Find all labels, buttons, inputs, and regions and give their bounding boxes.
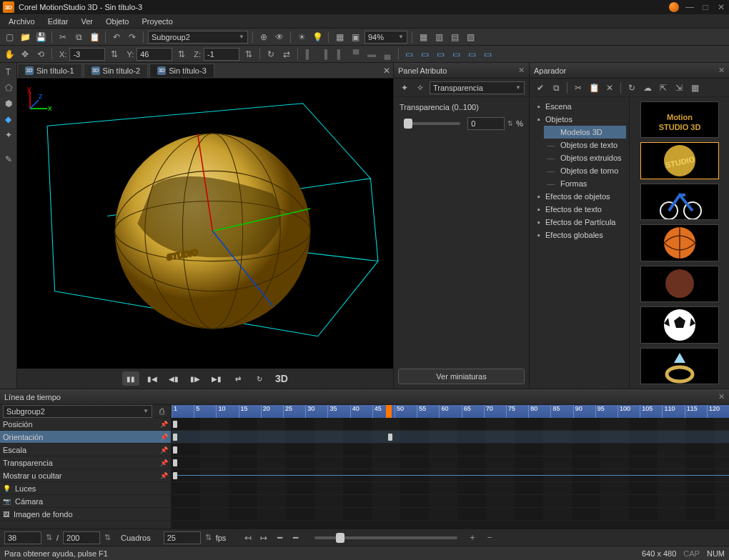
layout3-icon[interactable]: ▤ [448, 31, 461, 44]
refresh-icon[interactable]: ↻ [625, 81, 638, 94]
pin-icon[interactable]: 📌 [160, 446, 168, 454]
zoom-in-icon[interactable]: ＋ [466, 531, 479, 544]
thumb-bike[interactable] [640, 184, 719, 220]
hand-icon[interactable]: ✋ [3, 48, 16, 61]
render-icon[interactable]: ▣ [349, 31, 362, 44]
transparency-slider[interactable] [404, 122, 460, 125]
bulb-icon[interactable]: 💡 [311, 31, 324, 44]
menu-ver[interactable]: Ver [75, 16, 99, 27]
x-input[interactable]: -3 [69, 48, 105, 61]
menu-objeto[interactable]: Objeto [100, 16, 134, 27]
tl-next-key-icon[interactable]: ↦ [257, 531, 270, 544]
copy-icon[interactable]: ⧉ [72, 31, 85, 44]
tree-efectos-texto[interactable]: ▪Efectos de texto [532, 203, 626, 216]
fps-input[interactable]: 25 [164, 531, 201, 544]
tree-modelos-3d[interactable]: Modelos 3D [544, 126, 626, 139]
track-posicion[interactable]: Posición📌 [0, 418, 171, 431]
menu-proyecto[interactable]: Proyecto [136, 16, 178, 27]
view3-icon[interactable]: ▭ [435, 48, 447, 61]
select-icon[interactable]: ✥ [19, 48, 31, 61]
transparency-spinner[interactable]: 0 [467, 117, 505, 130]
play-button[interactable]: ▮▶ [187, 371, 204, 386]
new-icon[interactable]: ▢ [3, 31, 16, 44]
pin-icon[interactable]: 📌 [160, 459, 168, 466]
track-imagen-fondo[interactable]: 🖼Imagen de fondo [0, 508, 171, 521]
track-mostrar[interactable]: Mostrar u ocultar📌 [0, 469, 171, 482]
tl-add-key-icon[interactable]: ━ [273, 531, 286, 544]
z-spinner-icon[interactable]: ⇅ [242, 48, 255, 61]
tab-sin-titulo-3[interactable]: 3DSin título-3 [149, 64, 214, 77]
thumb-motion[interactable]: MotionSTUDIO 3D [640, 101, 719, 138]
keyframe[interactable] [173, 434, 177, 441]
text-tool-icon[interactable]: T [2, 66, 15, 79]
tree-efectos-globales[interactable]: ▪Efectos globales [532, 229, 626, 241]
thumb-basketball[interactable] [640, 224, 719, 261]
globe-icon[interactable]: ⊕ [257, 31, 270, 44]
subgroup-combo[interactable]: Subgroup2 ▼ [148, 31, 248, 44]
cut-icon[interactable]: ✂ [572, 81, 585, 94]
grid-icon[interactable]: ▦ [688, 81, 701, 94]
attr-combo[interactable]: Transparencia▼ [430, 81, 525, 94]
timeline-zoom-slider[interactable] [314, 536, 457, 539]
keyframe[interactable] [173, 459, 177, 466]
panel-close-icon[interactable]: ✕ [718, 392, 725, 401]
timeline-subgroup-combo[interactable]: Subgroup2▼ [3, 405, 152, 418]
view6-icon[interactable]: ▭ [482, 48, 495, 61]
attr-add-icon[interactable]: ✦ [398, 81, 411, 94]
keyframe[interactable] [388, 434, 392, 441]
timeline-filter-icon[interactable]: ⎙ [155, 405, 168, 418]
playhead[interactable] [386, 405, 392, 418]
layout4-icon[interactable]: ▧ [464, 31, 477, 44]
tree-objetos[interactable]: ▪Objetos [532, 113, 626, 126]
layout2-icon[interactable]: ▥ [432, 31, 445, 44]
tab-sin-titulo-1[interactable]: 3DSin título-1 [17, 64, 82, 77]
ver-miniaturas-button[interactable]: Ver miniaturas [398, 369, 525, 384]
track-escala[interactable]: Escala📌 [0, 444, 171, 456]
thumb-ball-brown[interactable] [640, 266, 719, 302]
view5-icon[interactable]: ▭ [466, 48, 479, 61]
undo-icon[interactable]: ↶ [110, 31, 123, 44]
view4-icon[interactable]: ▭ [450, 48, 463, 61]
delete-icon[interactable]: ✕ [603, 81, 616, 94]
eye-icon[interactable]: 👁 [273, 31, 286, 44]
track-orientacion[interactable]: Orientación📌 [0, 431, 171, 444]
panel-close-icon[interactable]: ✕ [518, 66, 525, 75]
node-tool-icon[interactable]: ◆ [2, 113, 15, 126]
pin-icon[interactable]: 📌 [160, 421, 168, 428]
timeline-ruler[interactable]: 1510152025303540455055606570758085909510… [172, 405, 729, 418]
open-icon[interactable]: 📁 [19, 31, 31, 44]
redo-icon[interactable]: ↷ [126, 31, 139, 44]
repeat-button[interactable]: ↻ [251, 371, 268, 386]
y-spinner-icon[interactable]: ⇅ [175, 48, 188, 61]
zoom-combo[interactable]: 94% ▼ [364, 31, 407, 44]
cloud-icon[interactable]: ☁ [641, 81, 654, 94]
paste-icon[interactable]: 📋 [88, 31, 101, 44]
pin-icon[interactable]: 📌 [160, 434, 168, 441]
viewport-3d[interactable]: x y z STUDIO [17, 79, 393, 369]
track-luces[interactable]: 💡Luces [0, 482, 171, 495]
total-frames-input[interactable]: 200 [63, 531, 100, 544]
shape-tool-icon[interactable]: ⬠ [2, 81, 15, 94]
prev-frame-button[interactable]: ◀▮ [165, 371, 182, 386]
menu-editar[interactable]: Editar [42, 16, 74, 27]
timeline-tracks[interactable]: 1510152025303540455055606570758085909510… [172, 405, 729, 529]
rotate-icon[interactable]: ↻ [264, 48, 277, 61]
tree-objetos-texto[interactable]: Objetos de texto [544, 139, 626, 151]
last-frame-button[interactable]: ▶▮ [208, 371, 225, 386]
pin-icon[interactable]: 📌 [160, 472, 168, 479]
tree-objetos-torno[interactable]: Objetos de torno [544, 164, 626, 177]
track-transparencia[interactable]: Transparencia📌 [0, 456, 171, 469]
thumb-studio[interactable]: STUDIO [640, 142, 719, 179]
tl-prev-key-icon[interactable]: ↤ [242, 531, 254, 544]
keyframe[interactable] [173, 421, 177, 428]
tree-escena[interactable]: ▪Escena [532, 100, 626, 113]
tree-objetos-extruidos[interactable]: Objetos extruidos [544, 151, 626, 164]
flip-icon[interactable]: ⇄ [280, 48, 293, 61]
palette-icon[interactable]: ▦ [333, 31, 346, 44]
thumb-soccer[interactable] [640, 306, 719, 343]
tree-formas[interactable]: Formas [544, 177, 626, 190]
loop-button[interactable]: ⇄ [229, 371, 247, 386]
tl-del-key-icon[interactable]: ━ [289, 531, 302, 544]
y-input[interactable]: 46 [137, 48, 172, 61]
tree-efectos-particula[interactable]: ▪Efectos de Partícula [532, 216, 626, 229]
